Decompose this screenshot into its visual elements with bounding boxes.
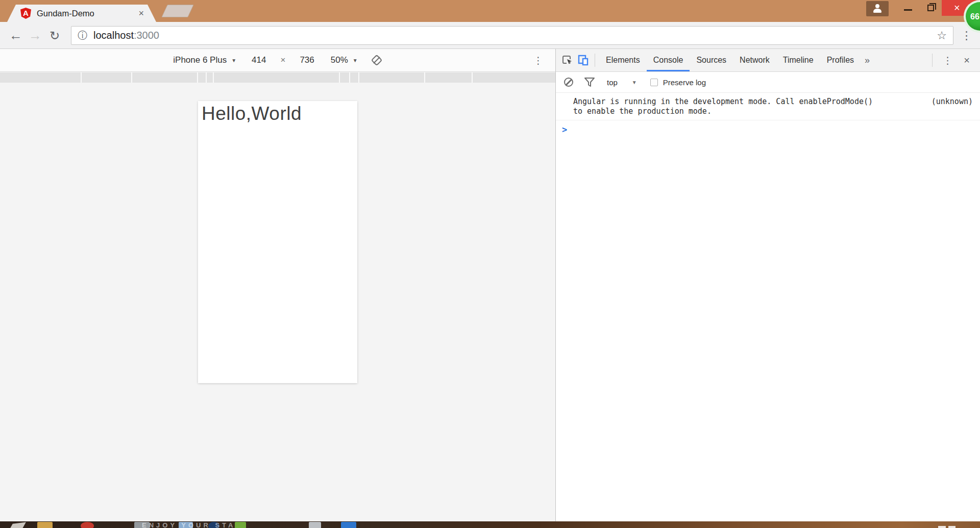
taskbar-icon[interactable] <box>235 522 246 528</box>
maximize-button[interactable] <box>919 0 942 16</box>
more-tabs-button[interactable]: » <box>865 55 870 66</box>
clear-console-icon[interactable] <box>564 78 573 87</box>
inspect-cursor-icon <box>562 55 573 66</box>
maximize-icon <box>927 5 934 11</box>
zoom-select-label: 50% <box>331 55 348 65</box>
inspect-element-button[interactable] <box>560 53 575 68</box>
media-query-segment[interactable] <box>214 72 339 83</box>
execution-context-select[interactable]: top <box>607 78 618 87</box>
minimize-button[interactable] <box>897 0 919 16</box>
tab-elements[interactable]: Elements <box>599 49 647 71</box>
start-button-icon[interactable] <box>9 522 26 528</box>
toolbar-separator <box>595 54 595 67</box>
device-width-field[interactable]: 414 <box>252 55 266 65</box>
omnibox[interactable]: ⓘ localhost:3000 ☆ <box>71 26 953 45</box>
minimize-icon <box>904 9 912 11</box>
chevron-down-icon: ▼ <box>231 58 236 63</box>
close-icon: × <box>954 2 960 14</box>
media-query-bar <box>0 72 555 83</box>
window-controls: × <box>866 0 980 16</box>
device-select[interactable]: iPhone 6 Plus ▼ <box>173 55 236 65</box>
favicon-letter: A <box>20 8 31 19</box>
person-icon-body <box>873 9 881 13</box>
rotate-device-icon[interactable] <box>371 55 382 66</box>
media-query-segment[interactable] <box>207 72 213 83</box>
nav-toolbar: ← → ↻ ⓘ localhost:3000 ☆ ⋮ <box>0 22 980 49</box>
url-text[interactable]: localhost:3000 <box>93 30 159 41</box>
console-message: Angular is running in the development mo… <box>573 97 885 116</box>
media-query-segment[interactable] <box>350 72 358 83</box>
content-area: iPhone 6 Plus ▼ 414 × 736 50% ▼ ⋮ <box>0 49 980 521</box>
tab-console[interactable]: Console <box>647 49 690 71</box>
device-select-label: iPhone 6 Plus <box>173 55 227 65</box>
media-query-segment[interactable] <box>82 72 131 83</box>
windows-taskbar[interactable]: ENJOY YOUR STA <box>0 521 980 528</box>
devtools-menu-button[interactable]: ⋮ <box>937 55 959 66</box>
taskbar-icon[interactable] <box>81 522 94 528</box>
preserve-log-checkbox[interactable] <box>650 79 658 86</box>
devtools-tab-bar: Elements Console Sources Network Timelin… <box>556 49 980 72</box>
devtools-panel: Elements Console Sources Network Timelin… <box>556 49 980 521</box>
wallpaper-text: ENJOY YOUR STA <box>142 521 235 528</box>
devtools-controls: ⋮ × <box>928 54 975 67</box>
zoom-select[interactable]: 50% ▼ <box>331 55 358 65</box>
toolbar-separator <box>932 54 933 67</box>
tab-profiles[interactable]: Profiles <box>820 49 861 71</box>
url-host: localhost <box>93 30 134 41</box>
ball-badge: 66 <box>970 12 979 21</box>
page-info-icon[interactable]: ⓘ <box>78 29 87 42</box>
media-query-segment[interactable] <box>0 72 81 83</box>
url-port: :3000 <box>134 30 159 41</box>
profile-button[interactable] <box>866 1 889 16</box>
tab-network[interactable]: Network <box>733 49 776 71</box>
devtools-close-button[interactable]: × <box>959 55 975 66</box>
taskbar-clock <box>938 526 955 528</box>
media-query-segment[interactable] <box>359 72 424 83</box>
console-message-source[interactable]: (unknown) <box>932 97 973 107</box>
device-mode-menu-button[interactable]: ⋮ <box>533 49 543 72</box>
device-emulation-pane: iPhone 6 Plus ▼ 414 × 736 50% ▼ ⋮ <box>0 49 556 521</box>
bookmark-star-icon[interactable]: ☆ <box>937 29 947 42</box>
emulated-device-screen[interactable]: Hello,World <box>198 101 357 383</box>
taskbar-icon[interactable] <box>309 522 321 528</box>
media-query-segment[interactable] <box>132 72 197 83</box>
page-heading: Hello,World <box>202 103 357 124</box>
tab-strip: A Gundam-Demo × × 66 <box>0 0 980 22</box>
preserve-log-label: Preserve log <box>663 78 706 87</box>
browser-window: A Gundam-Demo × × 66 ← → ↻ ⓘ localhost <box>0 0 980 528</box>
device-height-field[interactable]: 736 <box>300 55 314 65</box>
person-icon <box>875 4 879 8</box>
angular-favicon-icon: A <box>20 8 31 19</box>
new-tab-button[interactable] <box>161 5 194 17</box>
console-prompt-chevron[interactable]: > <box>556 120 980 135</box>
dimension-times: × <box>280 55 285 65</box>
back-button[interactable]: ← <box>7 22 24 49</box>
browser-tab[interactable]: A Gundam-Demo × <box>7 5 156 22</box>
tab-timeline[interactable]: Timeline <box>776 49 820 71</box>
forward-button[interactable]: → <box>27 22 44 49</box>
device-toolbar-icon <box>578 55 589 66</box>
device-toolbar: iPhone 6 Plus ▼ 414 × 736 50% ▼ ⋮ <box>0 49 555 72</box>
tab-title: Gundam-Demo <box>37 9 138 18</box>
filter-icon[interactable] <box>584 78 595 87</box>
toggle-device-toolbar-button[interactable] <box>575 53 591 68</box>
taskbar-icon[interactable] <box>37 522 53 528</box>
media-query-segment[interactable] <box>473 72 555 83</box>
taskbar-icon[interactable] <box>341 522 356 528</box>
chevron-down-icon[interactable]: ▼ <box>632 80 637 85</box>
tab-close-icon[interactable]: × <box>138 9 144 18</box>
console-log-row[interactable]: Angular is running in the development mo… <box>556 93 980 120</box>
chevron-down-icon: ▼ <box>353 58 358 63</box>
reload-button[interactable]: ↻ <box>46 22 63 49</box>
media-query-segment[interactable] <box>425 72 472 83</box>
media-query-segment[interactable] <box>340 72 349 83</box>
tab-sources[interactable]: Sources <box>690 49 733 71</box>
console-toolbar: top ▼ Preserve log <box>556 72 980 93</box>
media-query-segment[interactable] <box>198 72 206 83</box>
